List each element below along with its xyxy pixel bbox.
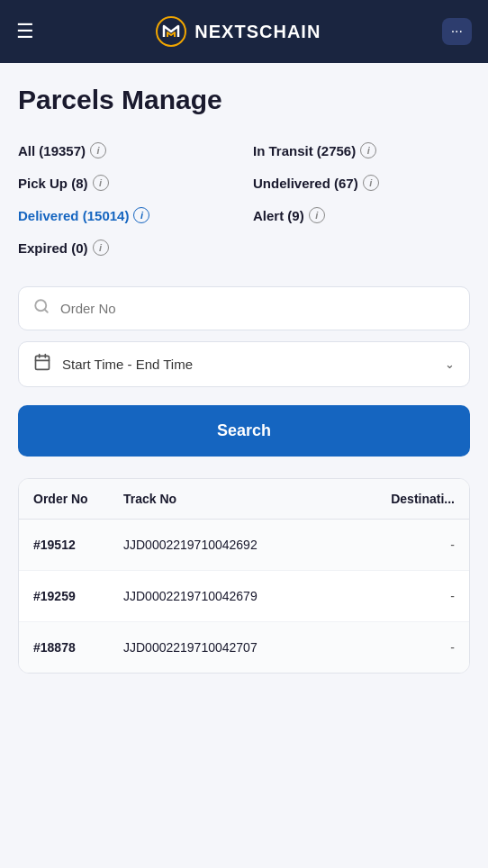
stat-pick-up-info-icon[interactable]: i bbox=[93, 175, 109, 191]
track-no-cell: JJD0002219710042692 bbox=[123, 538, 303, 552]
logo: NEXTSCHAIN bbox=[155, 15, 321, 48]
order-no-cell: #19512 bbox=[33, 538, 123, 552]
date-input-wrapper[interactable]: Start Time - End Time ⌄ bbox=[18, 341, 470, 387]
stat-delivered[interactable]: Delivered (15014) i bbox=[18, 202, 235, 229]
col-destination: Destinati... bbox=[303, 492, 455, 506]
chat-icon[interactable]: ··· bbox=[442, 18, 472, 45]
table-row[interactable]: #18878 JJD0002219710042707 - bbox=[19, 622, 469, 673]
stat-in-transit-label: In Transit (2756) bbox=[253, 143, 356, 158]
main-content: Parcels Manage All (19357) i In Transit … bbox=[0, 63, 488, 695]
menu-icon[interactable]: ☰ bbox=[16, 20, 34, 43]
stat-pick-up-label: Pick Up (8) bbox=[18, 176, 88, 191]
stat-pick-up[interactable]: Pick Up (8) i bbox=[18, 169, 235, 196]
stat-delivered-info-icon[interactable]: i bbox=[133, 207, 149, 223]
destination-cell: - bbox=[303, 538, 455, 552]
stat-expired[interactable]: Expired (0) i bbox=[18, 234, 235, 261]
search-area: Start Time - End Time ⌄ bbox=[18, 286, 470, 387]
stat-all[interactable]: All (19357) i bbox=[18, 137, 235, 164]
destination-cell: - bbox=[303, 589, 455, 603]
stat-in-transit[interactable]: In Transit (2756) i bbox=[253, 137, 470, 164]
stats-grid: All (19357) i In Transit (2756) i Pick U… bbox=[18, 137, 470, 261]
stat-alert-label: Alert (9) bbox=[253, 208, 304, 223]
app-header: ☰ NEXTSCHAIN ··· bbox=[0, 0, 488, 63]
stat-delivered-label: Delivered (15014) bbox=[18, 208, 129, 223]
stat-expired-info-icon[interactable]: i bbox=[93, 240, 109, 256]
order-input[interactable] bbox=[60, 301, 455, 316]
stat-undelivered-label: Undelivered (67) bbox=[253, 176, 358, 191]
svg-rect-3 bbox=[36, 356, 50, 369]
logo-text: NEXTSCHAIN bbox=[194, 22, 321, 42]
stat-undelivered[interactable]: Undelivered (67) i bbox=[253, 169, 470, 196]
chevron-down-icon: ⌄ bbox=[445, 357, 455, 371]
stat-in-transit-info-icon[interactable]: i bbox=[360, 142, 376, 158]
stat-all-label: All (19357) bbox=[18, 143, 86, 158]
table-header: Order No Track No Destinati... bbox=[19, 479, 469, 520]
stat-expired-label: Expired (0) bbox=[18, 240, 88, 256]
search-button[interactable]: Search bbox=[18, 405, 470, 457]
logo-icon bbox=[155, 15, 187, 48]
svg-line-2 bbox=[44, 309, 47, 312]
col-track-no: Track No bbox=[123, 492, 303, 506]
page-title: Parcels Manage bbox=[18, 85, 470, 115]
table-row[interactable]: #19259 JJD0002219710042679 - bbox=[19, 571, 469, 622]
order-input-wrapper bbox=[18, 286, 470, 330]
calendar-icon bbox=[33, 353, 51, 375]
track-no-cell: JJD0002219710042679 bbox=[123, 589, 303, 603]
date-range-label: Start Time - End Time bbox=[62, 357, 434, 372]
stat-alert[interactable]: Alert (9) i bbox=[253, 202, 470, 229]
search-icon bbox=[33, 298, 50, 319]
order-no-cell: #19259 bbox=[33, 589, 123, 603]
track-no-cell: JJD0002219710042707 bbox=[123, 640, 303, 655]
stat-alert-info-icon[interactable]: i bbox=[309, 207, 325, 223]
stat-all-info-icon[interactable]: i bbox=[90, 142, 106, 158]
parcels-table: Order No Track No Destinati... #19512 JJ… bbox=[18, 478, 470, 674]
stat-undelivered-info-icon[interactable]: i bbox=[363, 175, 379, 191]
col-order-no: Order No bbox=[33, 492, 123, 506]
table-row[interactable]: #19512 JJD0002219710042692 - bbox=[19, 520, 469, 571]
destination-cell: - bbox=[303, 640, 455, 655]
order-no-cell: #18878 bbox=[33, 640, 123, 655]
